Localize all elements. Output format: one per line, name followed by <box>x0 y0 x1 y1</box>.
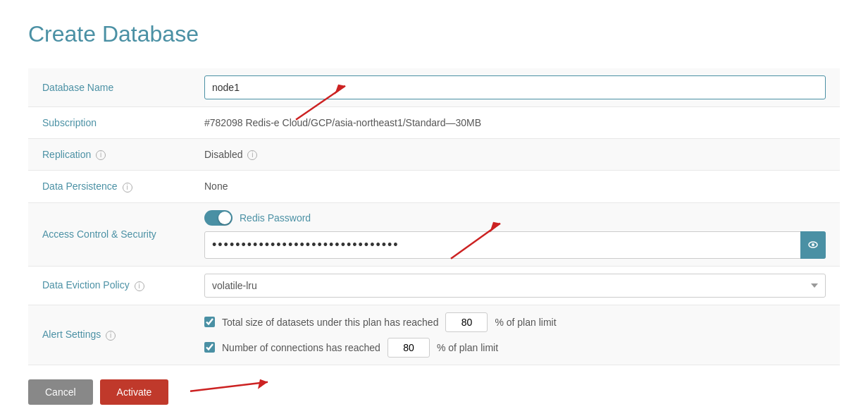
data-eviction-select[interactable]: volatile-lru allkeys-lru volatile-random… <box>204 274 826 298</box>
alert-row-2: Number of connections has reached % of p… <box>204 338 826 358</box>
password-toggle-button[interactable] <box>800 231 826 259</box>
eye-icon <box>808 241 818 248</box>
database-name-label: Database Name <box>42 82 113 93</box>
replication-value-info-icon[interactable]: i <box>247 150 257 160</box>
replication-info-icon[interactable]: i <box>96 150 106 160</box>
alert-checkbox-1[interactable] <box>204 317 215 327</box>
subscription-row: Subscription #782098 Redis-e Cloud/GCP/a… <box>28 107 840 139</box>
database-name-row: Database Name <box>28 68 840 107</box>
data-persistence-row: Data Persistence i None <box>28 171 840 202</box>
svg-point-7 <box>812 243 814 246</box>
alert-text-2: Number of connections has reached <box>222 342 380 353</box>
activate-button[interactable]: Activate <box>100 379 169 405</box>
button-row: Cancel Activate <box>28 365 840 409</box>
access-control-label: Access Control & Security <box>42 228 156 240</box>
access-control-row: Access Control & Security Redis Password <box>28 202 840 266</box>
replication-value: Disabled <box>204 149 242 160</box>
redis-password-toggle[interactable] <box>204 210 232 226</box>
password-input[interactable] <box>204 231 826 259</box>
password-wrapper <box>204 231 826 259</box>
data-persistence-value: None <box>204 181 228 192</box>
page-title: Create Database <box>28 21 840 47</box>
alert-suffix-1: % of plan limit <box>495 317 556 328</box>
alert-suffix-2: % of plan limit <box>437 342 498 353</box>
alert-text-1: Total size of datasets under this plan h… <box>222 317 438 328</box>
alert-settings-label: Alert Settings <box>42 329 101 340</box>
alert-input-2[interactable] <box>388 338 430 358</box>
alert-checkbox-2[interactable] <box>204 342 215 353</box>
alert-row-1: Total size of datasets under this plan h… <box>204 312 826 332</box>
database-name-input[interactable] <box>204 75 826 99</box>
data-persistence-info-icon[interactable]: i <box>123 183 132 193</box>
cancel-button[interactable]: Cancel <box>28 379 93 405</box>
replication-row: Replication i Disabled i <box>28 139 840 171</box>
alert-input-1[interactable] <box>445 312 488 332</box>
alert-settings-info-icon[interactable]: i <box>106 331 116 341</box>
subscription-value: #782098 Redis-e Cloud/GCP/asia-northeast… <box>204 117 481 128</box>
redis-password-toggle-label: Redis Password <box>240 212 311 224</box>
create-database-form: Database Name Subscription #782098 Redis… <box>28 68 840 365</box>
data-eviction-info-icon[interactable]: i <box>135 281 144 291</box>
alert-settings-row: Alert Settings i Total size of datasets … <box>28 305 840 365</box>
data-persistence-label: Data Persistence <box>42 181 118 192</box>
data-eviction-row: Data Eviction Policy i volatile-lru allk… <box>28 266 840 305</box>
subscription-label: Subscription <box>42 117 97 128</box>
replication-label: Replication <box>42 149 91 160</box>
data-eviction-label: Data Eviction Policy <box>42 279 130 291</box>
